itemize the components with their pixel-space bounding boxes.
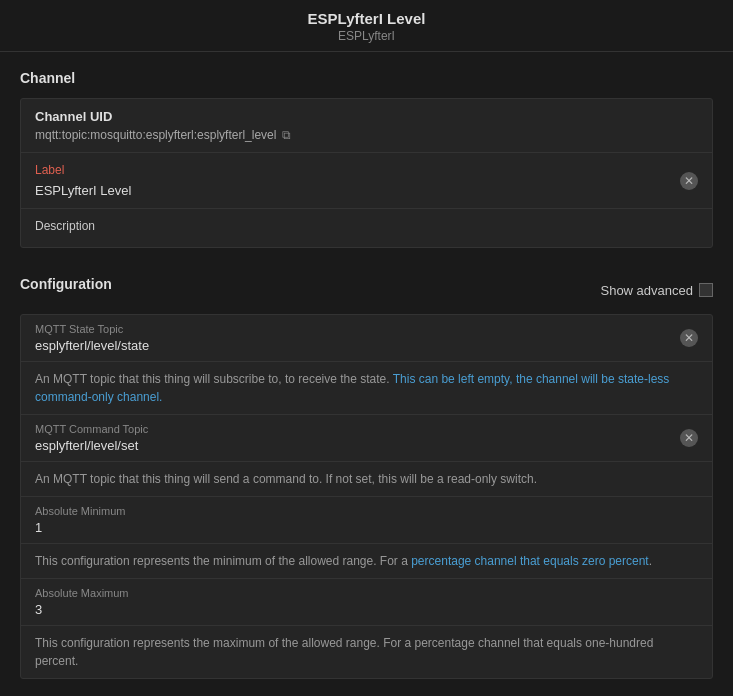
mqtt-command-topic-field-row: MQTT Command Topic esplyfterl/level/set … xyxy=(35,423,698,453)
mqtt-command-clear-icon[interactable]: ✕ xyxy=(680,429,698,447)
show-advanced-control[interactable]: Show advanced xyxy=(600,283,713,298)
label-field-label: Label xyxy=(35,163,680,177)
copy-icon[interactable]: ⧉ xyxy=(282,128,291,142)
page-header: ESPLyfterI Level ESPLyfterI xyxy=(0,0,733,52)
mqtt-state-topic-field-row: MQTT State Topic esplyfterl/level/state … xyxy=(35,323,698,353)
label-clear-icon[interactable]: ✕ xyxy=(680,172,698,190)
mqtt-command-description: An MQTT topic that this thing will send … xyxy=(21,462,712,497)
mqtt-command-topic-label: MQTT Command Topic xyxy=(35,423,680,435)
absolute-minimum-row: Absolute Minimum 1 xyxy=(21,497,712,544)
description-row: Description xyxy=(21,209,712,247)
mqtt-state-topic-label: MQTT State Topic xyxy=(35,323,680,335)
channel-section: Channel Channel UID mqtt:topic:mosquitto… xyxy=(0,52,733,258)
configuration-header: Configuration Show advanced xyxy=(20,276,713,304)
configuration-section-title: Configuration xyxy=(20,276,112,292)
absolute-maximum-description: This configuration represents the maximu… xyxy=(21,626,712,678)
mqtt-state-topic-value: esplyfterl/level/state xyxy=(35,338,680,353)
page-subtitle: ESPLyfterI xyxy=(0,29,733,43)
mqtt-state-topic-row: MQTT State Topic esplyfterl/level/state … xyxy=(21,315,712,362)
label-field-value: ESPLyfterI Level xyxy=(35,183,680,198)
description-label: Description xyxy=(35,219,698,233)
show-advanced-checkbox[interactable] xyxy=(699,283,713,297)
mqtt-state-clear-icon[interactable]: ✕ xyxy=(680,329,698,347)
channel-uid-value: mqtt:topic:mosquitto:esplyfterl:esplyfte… xyxy=(35,128,698,142)
absolute-minimum-value: 1 xyxy=(35,520,698,535)
absolute-maximum-label: Absolute Maximum xyxy=(35,587,698,599)
label-row: Label ESPLyfterI Level ✕ xyxy=(21,153,712,209)
absolute-minimum-label: Absolute Minimum xyxy=(35,505,698,517)
configuration-card: MQTT State Topic esplyfterl/level/state … xyxy=(20,314,713,679)
label-field-row: Label ESPLyfterI Level ✕ xyxy=(35,163,698,198)
absolute-maximum-row: Absolute Maximum 3 xyxy=(21,579,712,626)
channel-uid-label: Channel UID xyxy=(35,109,698,124)
mqtt-state-description: An MQTT topic that this thing will subsc… xyxy=(21,362,712,415)
mqtt-command-topic-value: esplyfterl/level/set xyxy=(35,438,680,453)
channel-section-title: Channel xyxy=(20,70,713,86)
show-advanced-label: Show advanced xyxy=(600,283,693,298)
absolute-maximum-value: 3 xyxy=(35,602,698,617)
channel-card: Channel UID mqtt:topic:mosquitto:esplyft… xyxy=(20,98,713,248)
absolute-minimum-description: This configuration represents the minimu… xyxy=(21,544,712,579)
channel-uid-row: Channel UID mqtt:topic:mosquitto:esplyft… xyxy=(21,99,712,153)
mqtt-command-topic-row: MQTT Command Topic esplyfterl/level/set … xyxy=(21,415,712,462)
page-title: ESPLyfterI Level xyxy=(0,10,733,27)
configuration-section: Configuration Show advanced MQTT State T… xyxy=(0,258,733,679)
